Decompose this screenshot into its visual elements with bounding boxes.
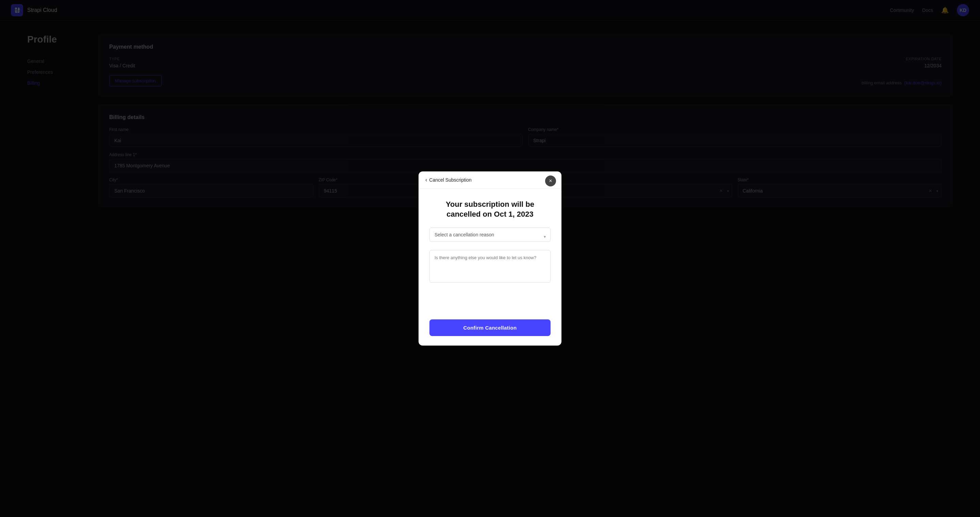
modal-title: Your subscription will be cancelled on O… (430, 200, 550, 219)
cancellation-reason-wrapper: Select a cancellation reason Too expensi… (430, 228, 550, 246)
additional-feedback-textarea[interactable] (430, 250, 550, 283)
modal-overlay[interactable]: ‹ Cancel Subscription × Your subscriptio… (0, 0, 980, 517)
modal-footer: Confirm Cancellation (418, 319, 562, 346)
modal-back-label: Cancel Subscription (429, 177, 472, 182)
confirm-cancellation-button[interactable]: Confirm Cancellation (430, 319, 550, 336)
back-chevron-icon: ‹ (425, 177, 427, 183)
modal-body: Your subscription will be cancelled on O… (418, 189, 562, 319)
modal-close-button[interactable]: × (545, 176, 556, 186)
modal-back-button[interactable]: ‹ Cancel Subscription (425, 177, 472, 183)
cancel-subscription-modal: ‹ Cancel Subscription × Your subscriptio… (418, 171, 562, 345)
modal-header: ‹ Cancel Subscription × (418, 171, 562, 189)
cancellation-reason-select[interactable]: Select a cancellation reason Too expensi… (430, 228, 550, 242)
